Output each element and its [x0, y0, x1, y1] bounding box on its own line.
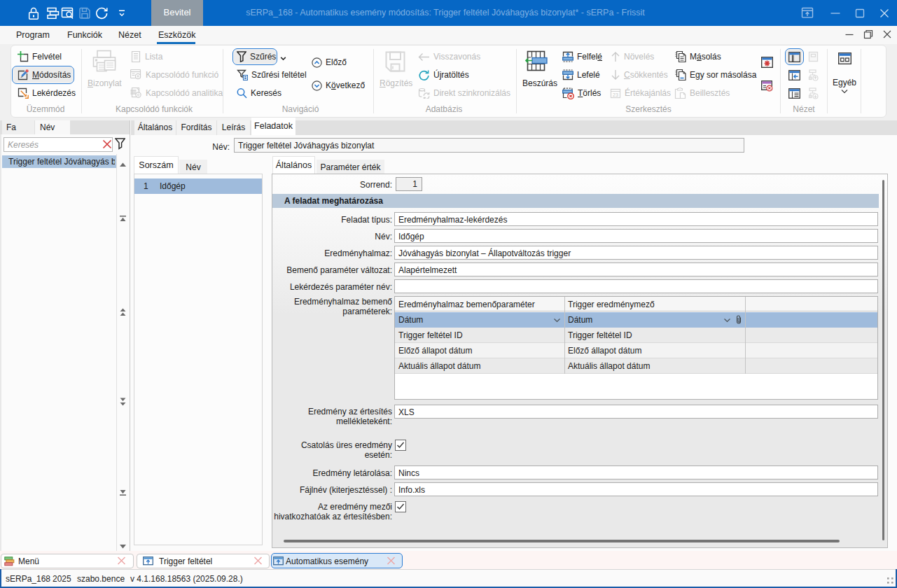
- svg-text:23: 23: [613, 92, 618, 97]
